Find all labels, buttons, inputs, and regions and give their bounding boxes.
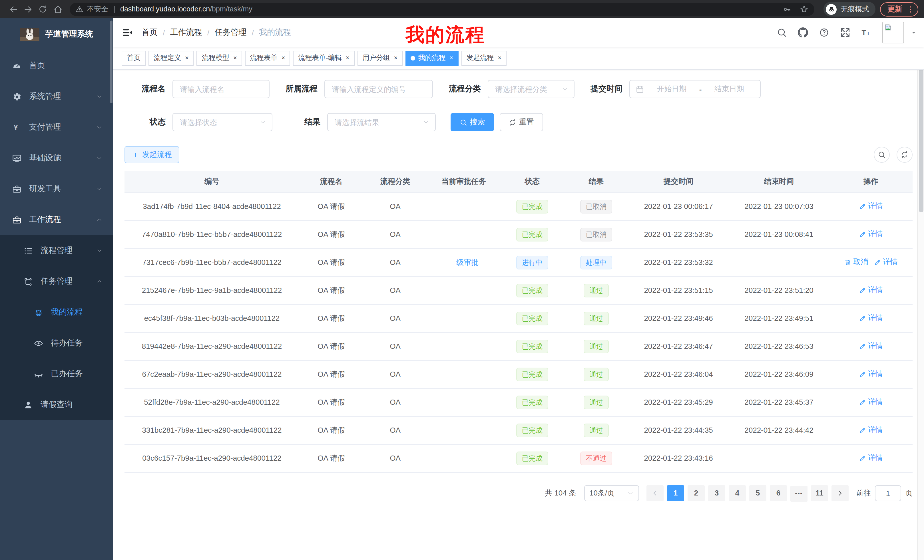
sidebar-item-workflow[interactable]: 工作流程 — [0, 204, 113, 235]
address-bar[interactable]: 不安全 dashboard.yudao.iocoder.cn/bpm/task/… — [70, 3, 814, 16]
key-icon[interactable] — [783, 5, 792, 13]
cell-result: 通过 — [564, 276, 628, 304]
detail-link[interactable]: 详情 — [859, 341, 883, 351]
process-name-input[interactable] — [172, 80, 270, 98]
tab-首页[interactable]: 首页 — [122, 51, 146, 65]
page-button-5[interactable]: 5 — [749, 485, 766, 501]
close-icon[interactable]: × — [346, 55, 350, 61]
detail-link[interactable]: 详情 — [874, 257, 898, 267]
cell-current-task — [427, 304, 500, 332]
page-ellipsis[interactable]: ••• — [790, 485, 807, 502]
page-button-2[interactable]: 2 — [688, 485, 705, 501]
browser-update-button[interactable]: 更新 — [880, 2, 918, 16]
tab-流程定义[interactable]: 流程定义× — [148, 51, 194, 65]
star-icon[interactable] — [800, 4, 808, 14]
next-page-button[interactable] — [831, 485, 849, 501]
sidebar-item-payment[interactable]: ¥支付管理 — [0, 112, 113, 143]
sidebar-item-done-task[interactable]: 已办任务 — [0, 358, 113, 389]
help-button[interactable] — [819, 27, 829, 38]
sidebar-header[interactable]: 芋道管理系统 — [0, 18, 113, 50]
tab-流程表单-编辑[interactable]: 流程表单-编辑× — [293, 51, 355, 65]
detail-link[interactable]: 详情 — [859, 425, 883, 435]
table-row: 3ad174fb-7b9d-11ec-8404-acde48001122OA 请… — [124, 192, 913, 220]
tab-流程表单[interactable]: 流程表单× — [245, 51, 290, 65]
chevron-down-icon[interactable] — [910, 29, 917, 36]
total-count: 共 104 条 — [545, 488, 576, 499]
status-select[interactable] — [172, 113, 272, 131]
close-icon[interactable]: × — [282, 55, 285, 61]
tab-流程模型[interactable]: 流程模型× — [197, 51, 242, 65]
current-task-link[interactable]: 一级审批 — [449, 258, 478, 266]
tab-用户分组[interactable]: 用户分组× — [357, 51, 403, 65]
sidebar-item-my-process[interactable]: 我的流程 — [0, 297, 113, 328]
process-category-select[interactable] — [488, 80, 574, 98]
browser-home-button[interactable] — [50, 2, 65, 16]
edit-icon — [859, 398, 866, 406]
status-select-field[interactable] — [179, 117, 257, 127]
detail-link[interactable]: 详情 — [859, 397, 883, 407]
cell-submit-time: 2022-01-23 00:06:17 — [628, 192, 729, 220]
page-button-4[interactable]: 4 — [729, 485, 746, 501]
github-button[interactable] — [798, 27, 808, 38]
toggle-search-button[interactable] — [874, 147, 890, 163]
search-button[interactable] — [777, 27, 787, 38]
detail-link[interactable]: 详情 — [859, 201, 883, 211]
prev-page-button[interactable] — [646, 485, 664, 501]
fontsize-button[interactable]: TT — [861, 27, 872, 38]
more-menu-icon[interactable] — [906, 5, 915, 13]
sidebar-item-todo-task[interactable]: 待办任务 — [0, 328, 113, 358]
page-scrollbar[interactable] — [917, 18, 924, 560]
process-definition-input-field[interactable] — [331, 84, 427, 94]
result-select[interactable] — [327, 113, 436, 131]
tab-我的流程[interactable]: 我的流程× — [405, 51, 458, 65]
page-button-6[interactable]: 6 — [770, 485, 787, 501]
refresh-table-button[interactable] — [897, 147, 913, 163]
process-category-select-field[interactable] — [494, 84, 559, 94]
sidebar-item-infra[interactable]: 基础设施 — [0, 143, 113, 174]
detail-link[interactable]: 详情 — [859, 453, 883, 463]
detail-link[interactable]: 详情 — [859, 313, 883, 323]
breadcrumb-item[interactable]: 任务管理 — [215, 27, 247, 38]
create-process-button[interactable]: 发起流程 — [124, 146, 179, 163]
browser-back-button[interactable] — [6, 2, 21, 16]
detail-link[interactable]: 详情 — [859, 369, 883, 379]
page-size-select[interactable]: 10条/页 — [584, 485, 639, 501]
cancel-link[interactable]: 取消 — [844, 257, 868, 267]
browser-reload-button[interactable] — [35, 2, 50, 16]
process-definition-input[interactable] — [324, 80, 433, 98]
close-icon[interactable]: × — [185, 55, 189, 61]
sidebar-item-home[interactable]: 首页 — [0, 50, 113, 81]
sidebar-item-process-mgmt[interactable]: 流程管理 — [0, 235, 113, 266]
sidebar-item-task-mgmt[interactable]: 任务管理 — [0, 266, 113, 297]
avatar[interactable] — [882, 22, 904, 43]
search-button[interactable]: 搜索 — [451, 113, 494, 131]
submit-time-range-picker[interactable]: 开始日期 - 结束日期 — [629, 80, 760, 98]
browser-forward-button[interactable] — [21, 2, 35, 16]
close-icon[interactable]: × — [498, 55, 501, 61]
close-icon[interactable]: × — [233, 55, 237, 61]
close-icon[interactable]: × — [394, 55, 398, 61]
tab-发起流程[interactable]: 发起流程× — [461, 51, 507, 65]
reset-button[interactable]: 重置 — [500, 113, 543, 131]
sidebar-toggle-button[interactable] — [113, 27, 142, 38]
breadcrumb-item[interactable]: 工作流程 — [170, 27, 202, 38]
cell-end-time — [729, 444, 829, 472]
detail-link[interactable]: 详情 — [859, 285, 883, 295]
page-button-1[interactable]: 1 — [667, 485, 684, 501]
detail-link[interactable]: 详情 — [859, 229, 883, 240]
app-logo — [20, 28, 39, 41]
sidebar-scrollbar[interactable] — [110, 21, 112, 103]
sidebar-item-system[interactable]: 系统管理 — [0, 81, 113, 112]
fullscreen-button[interactable] — [840, 27, 850, 38]
breadcrumb-item[interactable]: 首页 — [142, 27, 158, 38]
sidebar-item-devtool[interactable]: 研发工具 — [0, 174, 113, 204]
process-name-input-field[interactable] — [179, 84, 263, 94]
page-button-3[interactable]: 3 — [708, 485, 725, 501]
page-button-11[interactable]: 11 — [811, 485, 828, 501]
sidebar-item-leave-query[interactable]: 请假查询 — [0, 389, 113, 420]
status-tag: 已完成 — [516, 199, 548, 213]
result-select-field[interactable] — [333, 117, 420, 127]
close-icon[interactable]: × — [449, 55, 453, 61]
cell-submit-time: 2022-01-22 23:49:46 — [628, 304, 729, 332]
goto-page-input[interactable] — [875, 485, 901, 501]
